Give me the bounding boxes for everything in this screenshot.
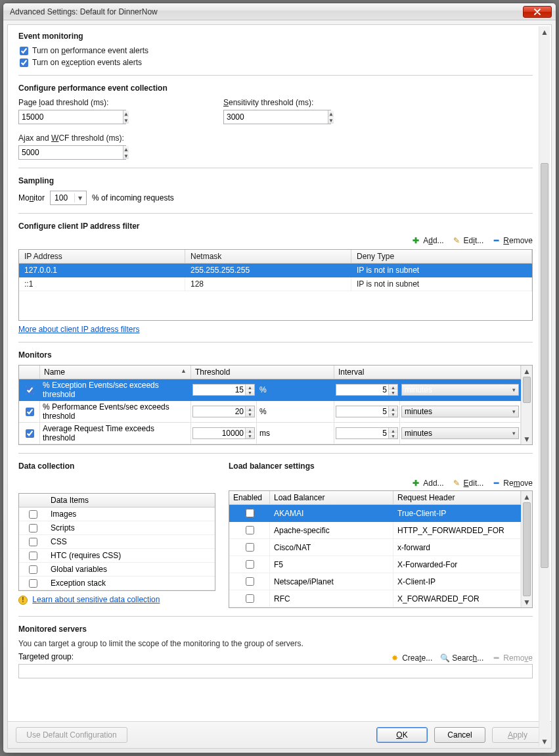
interval-input[interactable] [336,406,388,417]
server-search-button[interactable]: 🔍Search... [440,653,483,663]
data-item-row[interactable]: Scripts [19,521,215,535]
spin-up-icon[interactable]: ▲ [389,406,397,412]
ip-table-row[interactable]: 127.0.0.1 255.255.255.255 IP is not in s… [19,264,532,277]
ip-add-button[interactable]: ✚Add... [411,236,443,245]
interval-spinner[interactable]: ▲▼ [336,427,398,439]
lb-row[interactable]: AKAMAITrue-Client-IP [229,505,521,522]
spin-buttons[interactable]: ▲▼ [123,110,129,124]
data-item-row[interactable]: CSS [19,535,215,549]
interval-spinner[interactable]: ▲▼ [336,384,398,396]
lb-row[interactable]: F5X-Forwarded-For [229,556,521,573]
spin-down-icon[interactable]: ▼ [123,153,129,159]
spin-up-icon[interactable]: ▲ [328,110,334,117]
spin-down-icon[interactable]: ▼ [328,117,334,124]
interval-input[interactable] [336,428,388,438]
interval-spinner[interactable]: ▲▼ [336,406,398,417]
spin-up-icon[interactable]: ▲ [389,385,397,390]
checkbox-exc-alerts-input[interactable] [20,59,28,67]
sampling-select[interactable]: 100 ▾ [50,191,87,205]
spin-up-icon[interactable]: ▲ [246,385,254,390]
data-item-row[interactable]: Exception stack [19,577,215,590]
monitor-row-checkbox[interactable] [26,386,34,394]
targeted-group-input[interactable] [18,664,533,678]
ip-filter-link[interactable]: More about client IP address filters [18,325,140,334]
lb-enabled-checkbox[interactable] [246,509,254,517]
scroll-down-icon[interactable]: ▼ [522,433,532,444]
scroll-up-icon[interactable]: ▲ [522,366,532,377]
monitors-col-name[interactable]: Name▲ [40,366,191,379]
close-button[interactable] [523,6,552,18]
spin-up-icon[interactable]: ▲ [123,110,129,117]
spin-up-icon[interactable]: ▲ [389,428,397,433]
lb-scrollbar[interactable]: ▲ ▼ [521,491,532,607]
monitor-row-checkbox[interactable] [26,429,34,438]
data-item-row[interactable]: Images [19,508,215,521]
spin-down-icon[interactable]: ▼ [246,412,254,417]
spin-down-icon[interactable]: ▼ [123,117,129,124]
sensitivity-input[interactable] [224,110,328,124]
scroll-up-icon[interactable]: ▲ [522,491,532,502]
lb-edit-button[interactable]: ✎Edit... [452,479,484,488]
spin-down-icon[interactable]: ▼ [389,390,397,395]
ip-col-ip[interactable]: IP Address [19,250,185,264]
cancel-button[interactable]: Cancel [434,727,485,743]
sensitivity-spinner[interactable]: ▲▼ [223,110,331,124]
data-items-col[interactable]: Data Items [47,494,215,507]
lb-enabled-checkbox[interactable] [246,577,254,586]
lb-col-enabled[interactable]: Enabled [229,491,270,505]
server-create-button[interactable]: ✸Create... [390,653,432,663]
data-item-checkbox[interactable] [29,579,37,588]
lb-enabled-checkbox[interactable] [246,543,254,552]
ip-table-row[interactable]: ::1 128 IP is not in subnet [19,277,532,291]
data-collection-link[interactable]: Learn about sensitive data collection [32,595,160,604]
main-scrollbar[interactable]: ▲ ▼ [539,26,550,747]
lb-col-lb[interactable]: Load Balancer [270,491,393,505]
scroll-down-icon[interactable]: ▼ [539,736,550,747]
data-item-checkbox[interactable] [29,524,37,532]
spin-down-icon[interactable]: ▼ [246,390,254,395]
page-load-input[interactable] [19,110,123,124]
checkbox-perf-alerts[interactable]: Turn on performance event alerts [20,46,533,55]
data-item-checkbox[interactable] [29,552,37,560]
interval-unit-select[interactable]: minutes▾ [401,427,519,439]
ip-remove-button[interactable]: ━Remove [491,236,533,245]
monitors-scrollbar[interactable]: ▲ ▼ [521,366,532,444]
lb-remove-button[interactable]: ━Remove [491,479,533,488]
monitors-row[interactable]: % Exception Events/sec exceeds threshold… [19,379,521,401]
lb-row[interactable]: RFCX_FORWARDED_FOR [229,590,521,607]
threshold-input[interactable] [193,406,245,417]
ip-col-netmask[interactable]: Netmask [185,250,351,264]
ajax-spinner[interactable]: ▲▼ [18,145,126,160]
page-load-spinner[interactable]: ▲▼ [18,110,126,124]
spin-buttons[interactable]: ▲▼ [123,146,129,159]
monitors-col-interval[interactable]: Interval [334,366,521,379]
threshold-spinner[interactable]: ▲▼ [192,427,255,439]
spin-down-icon[interactable]: ▼ [246,433,254,438]
lb-add-button[interactable]: ✚Add... [411,479,443,488]
monitor-row-checkbox[interactable] [26,408,34,416]
spin-up-icon[interactable]: ▲ [246,428,254,433]
monitors-col-threshold[interactable]: Threshold [191,366,334,379]
data-item-checkbox[interactable] [29,538,37,546]
spin-down-icon[interactable]: ▼ [389,433,397,438]
checkbox-exc-alerts[interactable]: Turn on exception events alerts [20,58,533,67]
spin-up-icon[interactable]: ▲ [246,406,254,412]
interval-input[interactable] [336,385,388,395]
lb-row[interactable]: Netscape/iPlanetX-Client-IP [229,573,521,590]
threshold-input[interactable] [193,428,245,438]
ip-col-deny[interactable]: Deny Type [351,250,532,264]
lb-enabled-checkbox[interactable] [246,526,254,534]
ip-edit-button[interactable]: ✎Edit... [452,236,484,245]
checkbox-perf-alerts-input[interactable] [20,47,28,55]
spin-buttons[interactable]: ▲▼ [328,110,334,124]
monitors-row[interactable]: Average Request Time exceeds threshold▲▼… [19,423,521,444]
threshold-spinner[interactable]: ▲▼ [192,406,255,417]
lb-row[interactable]: Apache-specificHTTP_X_FORWARDED_FOR [229,522,521,539]
scroll-up-icon[interactable]: ▲ [539,26,550,37]
lb-enabled-checkbox[interactable] [246,594,254,603]
monitors-col-check[interactable] [19,366,40,379]
data-item-row[interactable]: HTC (requires CSS) [19,549,215,563]
interval-unit-select[interactable]: minutes▾ [401,406,519,417]
spin-up-icon[interactable]: ▲ [123,146,129,153]
spin-down-icon[interactable]: ▼ [389,412,397,417]
